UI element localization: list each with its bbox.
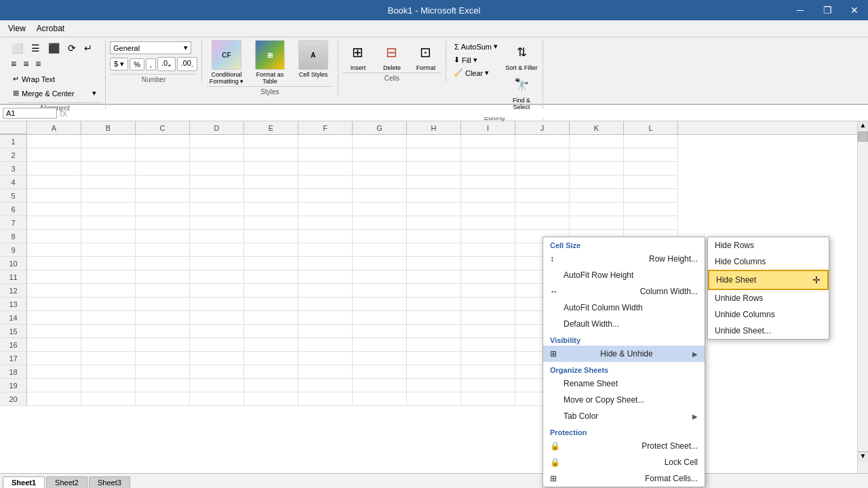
menu-view[interactable]: View bbox=[3, 22, 31, 35]
row-header-8: 8 bbox=[0, 230, 27, 243]
autosum-arrow: ▾ bbox=[494, 42, 498, 51]
row-header-16: 16 bbox=[0, 338, 27, 352]
move-copy-sheet-item[interactable]: Move or Copy Sheet... bbox=[543, 392, 705, 408]
col-header-E[interactable]: E bbox=[244, 121, 298, 134]
maximize-button[interactable]: ❐ bbox=[814, 0, 841, 20]
hide-unhide-item[interactable]: ⊞ Hide & Unhide ▶ bbox=[543, 346, 705, 362]
merge-dropdown-arrow[interactable]: ▾ bbox=[92, 89, 96, 98]
unhide-rows-item[interactable]: Unhide Rows bbox=[708, 290, 829, 306]
clear-button[interactable]: 🧹 Clear ▾ bbox=[450, 67, 502, 79]
hide-unhide-submenu: Hide Rows Hide Columns Hide Sheet ✛ Unhi… bbox=[707, 237, 829, 340]
vertical-scrollbar[interactable]: ▼ ▲ bbox=[857, 121, 868, 473]
main-content: A B C D E F G H I J K L 1 2 3 4 5 6 7 8 … bbox=[0, 121, 868, 488]
align-bottom-icon[interactable]: ⬛ bbox=[45, 41, 63, 55]
hide-unhide-arrow: ▶ bbox=[692, 350, 698, 358]
format-as-table-button[interactable]: ⊞ Format as Table bbox=[250, 40, 290, 85]
autofit-row-height-item[interactable]: AutoFit Row Height bbox=[543, 267, 705, 283]
hide-rows-item[interactable]: Hide Rows bbox=[708, 237, 829, 253]
comma-button[interactable]: , bbox=[146, 58, 156, 70]
clear-arrow: ▾ bbox=[485, 68, 489, 77]
formula-input[interactable] bbox=[70, 109, 865, 117]
number-format-dropdown[interactable]: General ▾ bbox=[110, 41, 191, 54]
row-header-2: 2 bbox=[0, 148, 27, 162]
tab-color-item[interactable]: Tab Color ▶ bbox=[543, 408, 705, 424]
col-header-A[interactable]: A bbox=[27, 121, 81, 134]
lock-cell-icon: 🔒 bbox=[550, 458, 560, 467]
col-header-L[interactable]: L bbox=[624, 121, 678, 134]
col-header-D[interactable]: D bbox=[190, 121, 244, 134]
number-group-label: Number bbox=[110, 74, 197, 83]
align-top-icon[interactable]: ⬜ bbox=[8, 41, 26, 55]
name-box[interactable] bbox=[3, 108, 57, 119]
indent-icon[interactable]: ↵ bbox=[81, 41, 96, 55]
sheet-tab-sheet1[interactable]: Sheet1 bbox=[3, 476, 45, 488]
text-direction-icon[interactable]: ⟳ bbox=[64, 41, 79, 55]
sheet-tab-sheet3[interactable]: Sheet3 bbox=[89, 476, 130, 488]
row-height-item[interactable]: ↕ Row Height... bbox=[543, 251, 705, 267]
align-center-icon[interactable]: ≡ bbox=[20, 58, 31, 70]
protect-sheet-item[interactable]: 🔒 Protect Sheet... bbox=[543, 438, 705, 454]
decrease-decimal-button[interactable]: .00- bbox=[177, 57, 197, 71]
format-cells-item[interactable]: ⊞ Format Cells... bbox=[543, 470, 705, 487]
col-header-G[interactable]: G bbox=[353, 121, 407, 134]
close-button[interactable]: ✕ bbox=[841, 0, 868, 20]
sheet-tab-bar: Sheet1 Sheet2 Sheet3 bbox=[0, 473, 868, 488]
delete-icon: ⊟ bbox=[380, 40, 404, 64]
find-select-button[interactable]: 🔭 Find & Select bbox=[505, 73, 538, 110]
format-label: Format bbox=[416, 64, 436, 71]
hide-columns-item[interactable]: Hide Columns bbox=[708, 253, 829, 270]
cell-styles-icon: A bbox=[298, 40, 328, 70]
delete-button[interactable]: ⊟ Delete bbox=[376, 40, 408, 71]
percent-button[interactable]: % bbox=[130, 58, 144, 70]
align-left-icon[interactable]: ≡ bbox=[8, 58, 19, 70]
unhide-columns-item[interactable]: Unhide Columns bbox=[708, 306, 829, 323]
hide-sheet-item[interactable]: Hide Sheet ✛ bbox=[708, 270, 829, 290]
column-width-item[interactable]: ↔ Column Width... bbox=[543, 283, 705, 300]
row-header-15: 15 bbox=[0, 325, 27, 338]
sort-filter-button[interactable]: ⇅ Sort & Filter bbox=[505, 40, 538, 71]
insert-button[interactable]: ⊞ Insert bbox=[342, 40, 374, 71]
sheet-tab-sheet2[interactable]: Sheet2 bbox=[46, 476, 87, 488]
default-width-item[interactable]: Default Width... bbox=[543, 316, 705, 332]
align-middle-icon[interactable]: ☰ bbox=[28, 41, 43, 55]
format-as-table-icon: ⊞ bbox=[255, 40, 285, 70]
scroll-up-button[interactable]: ▲ bbox=[858, 121, 868, 132]
cell-A1[interactable] bbox=[27, 135, 81, 148]
lock-cell-item[interactable]: 🔒 Lock Cell bbox=[543, 454, 705, 470]
editing-items: Σ AutoSum ▾ ⬇ Fill ▾ 🧹 Clear ▾ bbox=[450, 40, 538, 110]
align-right-icon[interactable]: ≡ bbox=[33, 58, 43, 70]
col-header-J[interactable]: J bbox=[515, 121, 570, 134]
col-header-K[interactable]: K bbox=[570, 121, 624, 134]
conditional-formatting-button[interactable]: CF ConditionalFormatting ▾ bbox=[206, 40, 247, 85]
autosum-button[interactable]: Σ AutoSum ▾ bbox=[450, 40, 502, 53]
alignment-bottom-row: ≡ ≡ ≡ bbox=[8, 58, 101, 70]
menu-acrobat[interactable]: Acrobat bbox=[31, 22, 70, 35]
dollar-button[interactable]: $ ▾ bbox=[110, 58, 128, 70]
col-header-C[interactable]: C bbox=[136, 121, 190, 134]
hide-rows-label: Hide Rows bbox=[715, 241, 754, 250]
unhide-sheet-item[interactable]: Unhide Sheet... bbox=[708, 323, 829, 339]
merge-center-button[interactable]: ⊞ Merge & Center ▾ bbox=[8, 87, 101, 100]
col-header-H[interactable]: H bbox=[407, 121, 461, 134]
scroll-down-button[interactable]: ▼ bbox=[858, 451, 868, 462]
styles-items: CF ConditionalFormatting ▾ ⊞ Format as T… bbox=[206, 40, 334, 85]
formula-divider: fx bbox=[60, 108, 67, 119]
col-header-F[interactable]: F bbox=[298, 121, 353, 134]
rename-sheet-item[interactable]: Rename Sheet bbox=[543, 375, 705, 392]
row-header-6: 6 bbox=[0, 203, 27, 216]
format-button[interactable]: ⊡ Format bbox=[410, 40, 441, 71]
cells-group-label: Cells bbox=[342, 73, 441, 82]
col-header-I[interactable]: I bbox=[461, 121, 515, 134]
format-cells-icon: ⊞ bbox=[550, 474, 557, 483]
row-header-14: 14 bbox=[0, 311, 27, 325]
autofit-column-width-item[interactable]: AutoFit Column Width bbox=[543, 300, 705, 316]
increase-decimal-button[interactable]: .0+ bbox=[157, 57, 176, 71]
cell-styles-button[interactable]: A Cell Styles bbox=[293, 40, 334, 78]
default-width-label: Default Width... bbox=[564, 319, 619, 329]
number-row: $ ▾ % , .0+ .00- bbox=[110, 57, 197, 71]
minimize-button[interactable]: ─ bbox=[787, 0, 814, 20]
wrap-text-button[interactable]: ↵ Wrap Text bbox=[8, 73, 101, 85]
fill-button[interactable]: ⬇ Fill ▾ bbox=[450, 54, 502, 66]
col-header-B[interactable]: B bbox=[81, 121, 136, 134]
conditional-formatting-label: ConditionalFormatting ▾ bbox=[210, 71, 244, 85]
